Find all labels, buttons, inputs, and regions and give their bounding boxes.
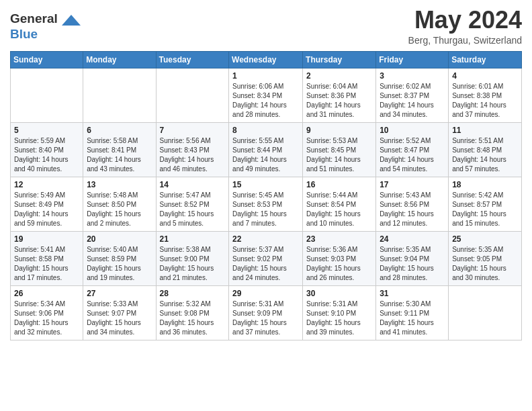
day-cell: 4Sunrise: 6:01 AMSunset: 8:38 PMDaylight…: [449, 68, 522, 122]
day-number: 13: [87, 180, 152, 189]
day-number: 9: [306, 126, 372, 135]
day-info: Sunrise: 5:47 AMSunset: 8:52 PMDaylight:…: [160, 191, 226, 228]
day-number: 22: [232, 234, 299, 244]
week-row-5: 26Sunrise: 5:34 AMSunset: 9:06 PMDayligh…: [11, 285, 522, 340]
day-info: Sunrise: 5:42 AMSunset: 8:57 PMDaylight:…: [452, 191, 518, 228]
day-info: Sunrise: 5:38 AMSunset: 9:00 PMDaylight:…: [160, 245, 226, 283]
day-cell: 25Sunrise: 5:35 AMSunset: 9:05 PMDayligh…: [449, 231, 522, 285]
day-number: 14: [160, 180, 226, 189]
day-info: Sunrise: 5:48 AMSunset: 8:50 PMDaylight:…: [87, 191, 152, 228]
day-cell: [156, 68, 229, 122]
day-info: Sunrise: 6:02 AMSunset: 8:37 PMDaylight:…: [380, 82, 445, 120]
day-cell: 17Sunrise: 5:43 AMSunset: 8:56 PMDayligh…: [376, 177, 449, 231]
day-cell: [449, 285, 522, 340]
day-number: 7: [160, 126, 226, 135]
day-info: Sunrise: 6:06 AMSunset: 8:34 PMDaylight:…: [232, 82, 299, 120]
day-number: 4: [452, 71, 518, 81]
day-number: 21: [160, 234, 226, 244]
day-info: Sunrise: 5:37 AMSunset: 9:02 PMDaylight:…: [232, 245, 299, 283]
day-cell: 11Sunrise: 5:51 AMSunset: 8:48 PMDayligh…: [449, 122, 522, 177]
day-info: Sunrise: 5:31 AMSunset: 9:10 PMDaylight:…: [306, 300, 372, 337]
day-number: 12: [14, 180, 79, 189]
day-info: Sunrise: 5:56 AMSunset: 8:43 PMDaylight:…: [160, 136, 226, 174]
day-cell: 7Sunrise: 5:56 AMSunset: 8:43 PMDaylight…: [156, 122, 229, 177]
day-cell: 31Sunrise: 5:30 AMSunset: 9:11 PMDayligh…: [376, 285, 449, 340]
day-cell: 28Sunrise: 5:32 AMSunset: 9:08 PMDayligh…: [156, 285, 229, 340]
day-cell: 30Sunrise: 5:31 AMSunset: 9:10 PMDayligh…: [303, 285, 376, 340]
day-cell: 16Sunrise: 5:44 AMSunset: 8:54 PMDayligh…: [303, 177, 376, 231]
day-info: Sunrise: 5:36 AMSunset: 9:03 PMDaylight:…: [306, 245, 372, 283]
day-info: Sunrise: 5:34 AMSunset: 9:06 PMDaylight:…: [14, 300, 79, 337]
title-block: May 2024 Berg, Thurgau, Switzerland: [408, 7, 522, 46]
day-cell: 22Sunrise: 5:37 AMSunset: 9:02 PMDayligh…: [229, 231, 303, 285]
day-cell: 15Sunrise: 5:45 AMSunset: 8:53 PMDayligh…: [229, 177, 303, 231]
day-cell: 19Sunrise: 5:41 AMSunset: 8:58 PMDayligh…: [11, 231, 83, 285]
day-cell: 13Sunrise: 5:48 AMSunset: 8:50 PMDayligh…: [83, 177, 156, 231]
day-number: 20: [87, 234, 152, 244]
day-header-wednesday: Wednesday: [229, 51, 303, 68]
day-cell: 18Sunrise: 5:42 AMSunset: 8:57 PMDayligh…: [449, 177, 522, 231]
day-number: 3: [380, 71, 445, 81]
header-row: SundayMondayTuesdayWednesdayThursdayFrid…: [11, 51, 522, 68]
day-number: 31: [380, 289, 445, 298]
month-title: May 2024: [408, 7, 522, 34]
day-number: 16: [306, 180, 372, 189]
day-cell: 26Sunrise: 5:34 AMSunset: 9:06 PMDayligh…: [11, 285, 83, 340]
day-number: 10: [380, 126, 445, 135]
day-number: 27: [87, 289, 152, 298]
day-info: Sunrise: 5:55 AMSunset: 8:44 PMDaylight:…: [232, 136, 299, 174]
day-info: Sunrise: 5:33 AMSunset: 9:07 PMDaylight:…: [87, 300, 152, 337]
day-number: 15: [232, 180, 299, 189]
day-number: 25: [452, 234, 518, 244]
day-number: 11: [452, 126, 518, 135]
day-header-monday: Monday: [83, 51, 156, 68]
day-info: Sunrise: 5:59 AMSunset: 8:40 PMDaylight:…: [14, 136, 79, 174]
day-number: 1: [232, 71, 299, 81]
day-number: 5: [14, 126, 79, 135]
day-cell: [11, 68, 83, 122]
day-info: Sunrise: 5:44 AMSunset: 8:54 PMDaylight:…: [306, 191, 372, 228]
day-number: 2: [306, 71, 372, 81]
day-header-sunday: Sunday: [11, 51, 83, 68]
day-info: Sunrise: 5:49 AMSunset: 8:49 PMDaylight:…: [14, 191, 79, 228]
day-cell: 12Sunrise: 5:49 AMSunset: 8:49 PMDayligh…: [11, 177, 83, 231]
day-info: Sunrise: 5:52 AMSunset: 8:47 PMDaylight:…: [380, 136, 445, 174]
day-info: Sunrise: 5:40 AMSunset: 8:59 PMDaylight:…: [87, 245, 152, 283]
day-header-friday: Friday: [376, 51, 449, 68]
day-cell: 8Sunrise: 5:55 AMSunset: 8:44 PMDaylight…: [229, 122, 303, 177]
day-info: Sunrise: 5:31 AMSunset: 9:09 PMDaylight:…: [232, 300, 299, 337]
header: General Blue May 2024 Berg, Thurgau, Swi…: [10, 7, 522, 46]
day-cell: [83, 68, 156, 122]
day-number: 18: [452, 180, 518, 189]
day-number: 23: [306, 234, 372, 244]
day-info: Sunrise: 5:30 AMSunset: 9:11 PMDaylight:…: [380, 300, 445, 337]
day-info: Sunrise: 5:53 AMSunset: 8:45 PMDaylight:…: [306, 136, 372, 174]
logo: General Blue: [10, 11, 81, 42]
day-info: Sunrise: 5:41 AMSunset: 8:58 PMDaylight:…: [14, 245, 79, 283]
logo-icon: [62, 11, 81, 30]
day-cell: 14Sunrise: 5:47 AMSunset: 8:52 PMDayligh…: [156, 177, 229, 231]
day-info: Sunrise: 5:45 AMSunset: 8:53 PMDaylight:…: [232, 191, 299, 228]
week-row-1: 1Sunrise: 6:06 AMSunset: 8:34 PMDaylight…: [11, 68, 522, 122]
day-cell: 27Sunrise: 5:33 AMSunset: 9:07 PMDayligh…: [83, 285, 156, 340]
day-cell: 6Sunrise: 5:58 AMSunset: 8:41 PMDaylight…: [83, 122, 156, 177]
day-cell: 1Sunrise: 6:06 AMSunset: 8:34 PMDaylight…: [229, 68, 303, 122]
day-number: 26: [14, 289, 79, 298]
day-cell: 24Sunrise: 5:35 AMSunset: 9:04 PMDayligh…: [376, 231, 449, 285]
day-info: Sunrise: 6:04 AMSunset: 8:36 PMDaylight:…: [306, 82, 372, 120]
svg-marker-0: [62, 15, 81, 26]
day-info: Sunrise: 6:01 AMSunset: 8:38 PMDaylight:…: [452, 82, 518, 120]
day-info: Sunrise: 5:51 AMSunset: 8:48 PMDaylight:…: [452, 136, 518, 174]
day-number: 30: [306, 289, 372, 298]
day-number: 19: [14, 234, 79, 244]
week-row-3: 12Sunrise: 5:49 AMSunset: 8:49 PMDayligh…: [11, 177, 522, 231]
week-row-4: 19Sunrise: 5:41 AMSunset: 8:58 PMDayligh…: [11, 231, 522, 285]
day-cell: 29Sunrise: 5:31 AMSunset: 9:09 PMDayligh…: [229, 285, 303, 340]
day-cell: 3Sunrise: 6:02 AMSunset: 8:37 PMDaylight…: [376, 68, 449, 122]
day-header-tuesday: Tuesday: [156, 51, 229, 68]
week-row-2: 5Sunrise: 5:59 AMSunset: 8:40 PMDaylight…: [11, 122, 522, 177]
day-number: 17: [380, 180, 445, 189]
day-number: 6: [87, 126, 152, 135]
day-cell: 20Sunrise: 5:40 AMSunset: 8:59 PMDayligh…: [83, 231, 156, 285]
day-header-saturday: Saturday: [449, 51, 522, 68]
